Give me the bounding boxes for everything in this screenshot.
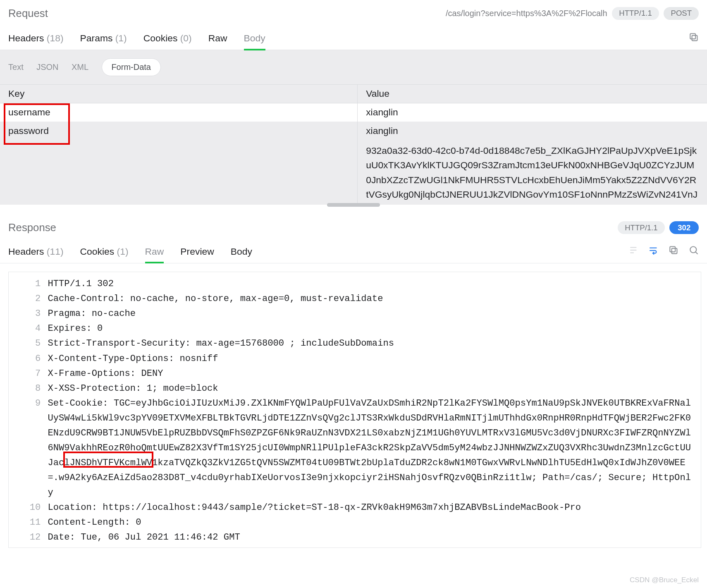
tab-cookies[interactable]: Cookies (0) [143, 28, 192, 50]
code-line: 11Content-Length: 0 [9, 515, 701, 530]
resp-tab-preview[interactable]: Preview [180, 241, 214, 263]
response-http-badge: HTTP/1.1 [618, 221, 665, 234]
tab-headers[interactable]: Headers (18) [8, 28, 64, 50]
resp-tab-raw[interactable]: Raw [145, 241, 164, 263]
resp-tab-body[interactable]: Body [231, 241, 252, 263]
code-line: 2Cache-Control: no-cache, no-store, max-… [9, 292, 701, 306]
kv-value-header: Value [358, 85, 707, 103]
code-line: 4Expires: 0 [9, 321, 701, 336]
svg-line-9 [695, 252, 697, 254]
form-data-table: Key Value username xianglin password xia… [0, 84, 707, 205]
request-url: /cas/login?service=https%3A%2F%2Flocalh [446, 9, 607, 18]
resp-tab-cookies[interactable]: Cookies (1) [80, 241, 129, 263]
tab-params[interactable]: Params (1) [80, 28, 127, 50]
kv-value: xianglin [358, 122, 707, 140]
request-title: Request [8, 7, 48, 19]
code-line: 5Strict-Transport-Security: max-age=1576… [9, 336, 701, 351]
kv-value: 932a0a32-63d0-42c0-b74d-0d18848c7e5b_ZXl… [358, 140, 707, 205]
subtab-xml[interactable]: XML [72, 62, 88, 72]
code-line: 6X-Content-Type-Options: nosniff [9, 351, 701, 366]
http-version-badge: HTTP/1.1 [612, 7, 659, 20]
code-line: 8X-XSS-Protection: 1; mode=block [9, 381, 701, 396]
response-raw-body: 1HTTP/1.1 3022Cache-Control: no-cache, n… [8, 272, 701, 548]
svg-point-8 [690, 247, 696, 253]
tab-raw[interactable]: Raw [208, 28, 227, 50]
text-icon[interactable] [628, 245, 639, 256]
copy-icon[interactable] [668, 245, 679, 256]
subtab-json[interactable]: JSON [36, 62, 58, 72]
kv-key: password [0, 122, 358, 140]
code-line: 12Date: Tue, 06 Jul 2021 11:46:42 GMT [9, 530, 701, 545]
response-status-badge: 302 [669, 221, 699, 234]
horizontal-scrollbar[interactable] [327, 203, 380, 207]
code-line: 7X-Frame-Options: DENY [9, 366, 701, 381]
subtab-form-data[interactable]: Form-Data [102, 58, 161, 76]
code-line: 10Location: https://localhost:9443/sampl… [9, 500, 701, 515]
kv-value: xianglin [358, 103, 707, 122]
tab-body[interactable]: Body [244, 28, 265, 50]
svg-rect-0 [692, 36, 697, 41]
table-row: username xianglin [0, 103, 707, 122]
code-line: 1HTTP/1.1 302 [9, 277, 701, 292]
svg-rect-1 [690, 33, 695, 39]
kv-key [0, 140, 358, 205]
copy-icon[interactable] [688, 32, 699, 43]
wrap-icon[interactable] [648, 245, 659, 256]
search-icon[interactable] [688, 245, 699, 256]
table-row: 932a0a32-63d0-42c0-b74d-0d18848c7e5b_ZXl… [0, 140, 707, 205]
code-line: 3Pragma: no-cache [9, 306, 701, 321]
response-title: Response [8, 222, 56, 234]
kv-key: username [0, 103, 358, 122]
http-method-badge: POST [664, 7, 699, 20]
kv-key-header: Key [0, 85, 358, 103]
svg-rect-7 [670, 247, 675, 252]
resp-tab-headers[interactable]: Headers (11) [8, 241, 64, 263]
table-row: password xianglin [0, 122, 707, 140]
code-line: 9Set-Cookie: TGC=eyJhbGciOiJIUzUxMiJ9.ZX… [9, 396, 701, 500]
subtab-text[interactable]: Text [8, 62, 24, 72]
svg-rect-6 [671, 249, 677, 254]
